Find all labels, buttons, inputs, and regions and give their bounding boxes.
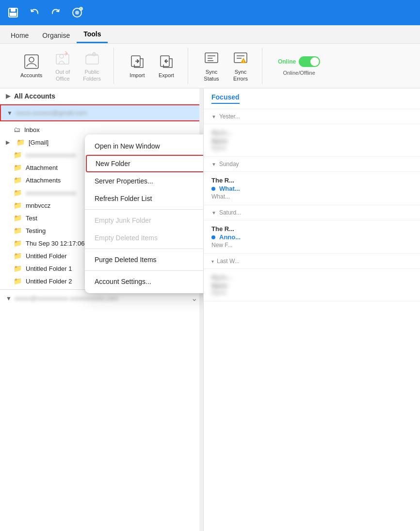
gmail-icon: 📁 [16, 138, 25, 146]
redo-icon[interactable] [48, 5, 63, 20]
import-button[interactable]: Import [124, 50, 151, 82]
sync-errors-label: SyncErrors [233, 69, 248, 82]
out-of-office-label: Out ofOffice [55, 69, 70, 82]
svg-rect-1 [11, 8, 16, 12]
online-label: Online [278, 58, 296, 65]
ribbon-group-sync: SyncStatus ! SyncErrors [190, 48, 262, 84]
ribbon-group-online: Online Online/Offline [264, 48, 334, 84]
bottom-account-email: xxxxx@xxxxxxxxxx.xxxxxxxxxxx.com [15, 295, 188, 302]
folder-name-mnbvccz: mnbvccz [26, 202, 50, 209]
email-sender-2: The R... [211, 177, 234, 184]
mnbvccz-icon: 📁 [14, 201, 22, 209]
bottom-chevron: ▼ [6, 295, 12, 302]
sync-status-icon [203, 50, 220, 67]
all-accounts-chevron: ▶ [6, 93, 10, 100]
export-label: Export [159, 72, 174, 79]
ctx-purge-deleted-items[interactable]: Purge Deleted Items [85, 251, 204, 268]
context-menu: Open in New Window New Folder Server Pro… [85, 134, 204, 293]
menu-organise[interactable]: Organise [35, 29, 77, 43]
account-row[interactable]: ▼ xxxxx.xxxxxx@gmail.com [0, 104, 203, 121]
yesterday-chevron: ▼ [211, 114, 216, 119]
menu-home[interactable]: Home [4, 29, 35, 43]
import-label: Import [129, 72, 145, 79]
accounts-icon [23, 53, 40, 70]
email-subject-2: What... [219, 185, 240, 192]
menu-tools[interactable]: Tools [77, 27, 108, 43]
ribbon-group-import-export: Import Export [116, 48, 188, 84]
menu-bar: Home Organise Tools [0, 25, 420, 44]
attachments-icon: 📁 [14, 176, 22, 184]
accounts-label: Accounts [20, 72, 42, 79]
unread-dot-3 [211, 235, 215, 239]
ctx-separator-2 [85, 249, 204, 249]
send-receive-icon[interactable] [70, 5, 84, 20]
focused-tab[interactable]: Focused [211, 93, 240, 104]
email-item-ther2[interactable]: The R... Anno... New F... [204, 220, 420, 254]
thu-sep30-icon: 📁 [14, 239, 22, 247]
section-header-saturday[interactable]: ▼ Saturd... [204, 205, 420, 220]
svg-point-4 [75, 11, 79, 15]
public-folders-icon [83, 50, 101, 67]
folder-name-untitled1: Untitled Folder 1 [26, 265, 72, 272]
gmail-chevron: ▶ [6, 139, 13, 146]
account-email: xxxxx.xxxxxx@gmail.com [16, 109, 196, 116]
ctx-refresh-folder-list[interactable]: Refresh Folder List [85, 190, 204, 207]
ribbon-group-accounts: Accounts Out ofOffice [8, 48, 114, 84]
svg-point-9 [60, 54, 64, 58]
export-button[interactable]: Export [153, 50, 180, 82]
sidebar: ▶ All Accounts ▼ xxxxx.xxxxxx@gmail.com … [0, 88, 204, 531]
untitled-icon: 📁 [14, 252, 22, 260]
email-sender-1: MyAr... [211, 129, 232, 136]
inbox-icon: 🗂 [14, 126, 20, 133]
svg-rect-8 [56, 54, 69, 64]
svg-rect-2 [10, 13, 16, 16]
email-item-ther1[interactable]: The R... What... What... [204, 172, 420, 205]
ctx-open-new-window[interactable]: Open in New Window [85, 137, 204, 155]
toolbar [0, 0, 420, 25]
email-item-myar2[interactable]: MyAr... MyAn MyAn [204, 269, 420, 301]
section-label-lastweek: Last W... [217, 258, 240, 265]
sunday-chevron: ▼ [211, 162, 216, 167]
sync-errors-icon: ! [232, 50, 249, 67]
undo-icon[interactable] [27, 5, 42, 20]
all-accounts-label: All Accounts [14, 92, 55, 100]
export-icon [158, 53, 175, 70]
ctx-account-settings[interactable]: Account Settings... [85, 273, 204, 290]
ctx-empty-deleted-items: Empty Deleted Items [85, 229, 204, 247]
ctx-server-properties[interactable]: Server Properties... [85, 172, 204, 190]
public-folders-button[interactable]: PublicFolders [78, 47, 106, 84]
online-offline-toggle[interactable]: Online Online/Offline [272, 56, 326, 76]
bottom-expand-icon[interactable]: ⌄ [191, 294, 197, 303]
section-header-yesterday[interactable]: ▼ Yester... [204, 109, 420, 124]
toggle-knob [310, 57, 319, 66]
ctx-separator-3 [85, 270, 204, 271]
ribbon: Accounts Out ofOffice [0, 44, 420, 88]
right-panel: Focused ▼ Yester... MyAr... MyAn MyAn ▼ … [204, 88, 420, 531]
blurred2-icon: 📁 [14, 189, 22, 197]
section-label-sunday: Sunday [219, 161, 239, 167]
test-icon: 📁 [14, 214, 22, 222]
untitled2-icon: 📁 [14, 277, 22, 285]
section-header-sunday[interactable]: ▼ Sunday [204, 157, 420, 172]
save-icon[interactable] [6, 5, 20, 20]
email-item-myar1[interactable]: MyAr... MyAn MyAn [204, 124, 420, 157]
toggle-pill[interactable] [299, 56, 320, 67]
email-preview-3: New F... [211, 242, 412, 249]
accounts-button[interactable]: Accounts [16, 50, 47, 82]
attachment-icon: 📁 [14, 164, 22, 171]
sync-errors-button[interactable]: ! SyncErrors [227, 47, 254, 84]
main-area: ▶ All Accounts ▼ xxxxx.xxxxxx@gmail.com … [0, 88, 420, 531]
sync-status-button[interactable]: SyncStatus [198, 47, 225, 84]
sync-status-label: SyncStatus [204, 69, 219, 82]
section-header-lastweek[interactable]: ▾ Last W... [204, 254, 420, 269]
folder-name-gmail: [Gmail] [29, 139, 48, 146]
svg-rect-10 [86, 55, 98, 64]
out-of-office-button[interactable]: Out ofOffice [49, 47, 76, 84]
unread-dot-2 [211, 187, 215, 191]
folder-name-inbox: Inbox [24, 126, 40, 133]
ctx-new-folder[interactable]: New Folder [86, 155, 204, 172]
email-sender-3: The R... [211, 225, 234, 232]
folder-name-test: Test [26, 215, 37, 222]
import-icon [129, 53, 146, 70]
all-accounts-row[interactable]: ▶ All Accounts [0, 88, 203, 104]
